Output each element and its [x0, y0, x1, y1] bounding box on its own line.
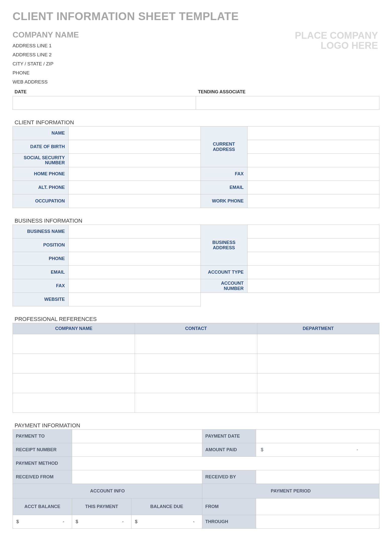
logo-placeholder-line2: LOGO HERE	[321, 40, 378, 51]
ref2-company[interactable]	[13, 354, 135, 373]
section-professional-references: PROFESSIONAL REFERENCES	[15, 316, 379, 322]
ref3-company[interactable]	[13, 373, 135, 393]
label-bphone: PHONE	[13, 252, 69, 266]
label-alt-phone: ALT. PHONE	[13, 181, 69, 194]
label-occupation: OCCUPATION	[13, 194, 69, 208]
input-business-name[interactable]	[69, 225, 201, 238]
date-label: DATE	[13, 89, 196, 96]
label-account-type: ACCOUNT TYPE	[201, 266, 247, 279]
label-bemail: EMAIL	[13, 266, 69, 279]
input-occupation[interactable]	[69, 194, 201, 208]
label-from: FROM	[202, 498, 256, 515]
label-received-from: RECEIVED FROM	[13, 470, 72, 484]
input-dob[interactable]	[69, 140, 201, 154]
label-position: POSITION	[13, 238, 69, 252]
value-acct-balance[interactable]: $ -	[13, 515, 72, 529]
label-fax: FAX	[201, 167, 247, 181]
label-balance-due: BALANCE DUE	[131, 498, 202, 515]
ref1-department[interactable]	[257, 334, 379, 354]
label-work-phone: WORK PHONE	[201, 194, 247, 208]
input-payment-to[interactable]	[72, 430, 202, 443]
company-phone: PHONE	[13, 70, 79, 76]
input-current-address-3[interactable]	[247, 154, 379, 167]
input-home-phone[interactable]	[69, 167, 201, 181]
label-dob: DATE OF BIRTH	[13, 140, 69, 154]
page-title: CLIENT INFORMATION SHEET TEMPLATE	[13, 10, 379, 23]
input-account-type[interactable]	[247, 266, 379, 279]
ref3-contact[interactable]	[135, 373, 257, 393]
input-current-address-1[interactable]	[247, 127, 379, 140]
section-business-information: BUSINESS INFORMATION	[15, 218, 379, 224]
professional-references-table: COMPANY NAME CONTACT DEPARTMENT	[13, 323, 379, 413]
amount-dash: -	[357, 447, 376, 452]
input-account-number[interactable]	[247, 279, 379, 293]
amount-dash: -	[193, 519, 199, 524]
input-current-address-2[interactable]	[247, 140, 379, 154]
tending-associate-label: TENDING ASSOCIATE	[196, 89, 379, 96]
value-balance-due[interactable]: $ -	[131, 515, 202, 529]
date-input[interactable]	[13, 96, 196, 110]
label-payment-date: PAYMENT DATE	[202, 430, 256, 443]
label-received-by: RECEIVED BY	[202, 470, 256, 484]
label-website: WEBSITE	[13, 293, 69, 306]
input-business-address-1[interactable]	[247, 225, 379, 238]
input-email[interactable]	[247, 181, 379, 194]
input-bemail[interactable]	[69, 266, 201, 279]
input-alt-phone[interactable]	[69, 181, 201, 194]
logo-placeholder-line1: PLACE COMPANY	[295, 30, 378, 41]
input-website[interactable]	[69, 293, 201, 306]
input-business-address-2[interactable]	[247, 238, 379, 252]
input-bphone[interactable]	[69, 252, 201, 266]
input-bfax[interactable]	[69, 279, 201, 293]
label-business-address: BUSINESS ADDRESS	[201, 225, 247, 266]
ref4-contact[interactable]	[135, 393, 257, 413]
header-account-info: ACCOUNT INFO	[13, 484, 202, 498]
ref3-department[interactable]	[257, 373, 379, 393]
label-home-phone: HOME PHONE	[13, 167, 69, 181]
input-received-by[interactable]	[256, 470, 379, 484]
ref1-contact[interactable]	[135, 334, 257, 354]
amount-dash: -	[63, 519, 68, 524]
company-address1: ADDRESS LINE 1	[13, 43, 79, 49]
company-web: WEB ADDRESS	[13, 79, 79, 85]
company-city-state-zip: CITY / STATE / ZIP	[13, 61, 79, 67]
header-department: DEPARTMENT	[257, 323, 379, 334]
dollar-sign: $	[16, 519, 19, 524]
ref2-contact[interactable]	[135, 354, 257, 373]
value-this-payment[interactable]: $ -	[72, 515, 131, 529]
label-through: THROUGH	[202, 515, 256, 529]
logo-placeholder: PLACE COMPANY LOGO HERE	[295, 30, 379, 51]
input-ssn[interactable]	[69, 154, 201, 167]
input-through[interactable]	[256, 515, 379, 529]
label-email: EMAIL	[201, 181, 247, 194]
tending-associate-input[interactable]	[196, 96, 379, 110]
ref2-department[interactable]	[257, 354, 379, 373]
input-from[interactable]	[256, 498, 379, 515]
input-received-from[interactable]	[72, 470, 202, 484]
label-payment-method: PAYMENT METHOD	[13, 457, 72, 470]
value-amount-paid[interactable]: $ -	[256, 443, 379, 457]
label-amount-paid: AMOUNT PAID	[202, 443, 256, 457]
header-contact: CONTACT	[135, 323, 257, 334]
input-fax[interactable]	[247, 167, 379, 181]
dollar-sign: $	[135, 519, 137, 524]
input-receipt-number[interactable]	[72, 443, 202, 457]
amount-dash: -	[122, 519, 128, 524]
input-payment-method[interactable]	[72, 457, 379, 470]
label-acct-balance: ACCT BALANCE	[13, 498, 72, 515]
ref1-company[interactable]	[13, 334, 135, 354]
label-ssn: SOCIAL SECURITY NUMBER	[13, 154, 69, 167]
input-name[interactable]	[69, 127, 201, 140]
input-work-phone[interactable]	[247, 194, 379, 208]
company-name: COMPANY NAME	[13, 30, 79, 39]
ref4-company[interactable]	[13, 393, 135, 413]
input-payment-date[interactable]	[256, 430, 379, 443]
input-position[interactable]	[69, 238, 201, 252]
label-account-number: ACCOUNT NUMBER	[201, 279, 247, 293]
company-address2: ADDRESS LINE 2	[13, 52, 79, 58]
client-information-table: NAME CURRENT ADDRESS DATE OF BIRTH SOCIA…	[13, 126, 379, 208]
ref4-department[interactable]	[257, 393, 379, 413]
header-company-name: COMPANY NAME	[13, 323, 135, 334]
label-business-name: BUSINESS NAME	[13, 225, 69, 238]
input-business-address-3[interactable]	[247, 252, 379, 266]
